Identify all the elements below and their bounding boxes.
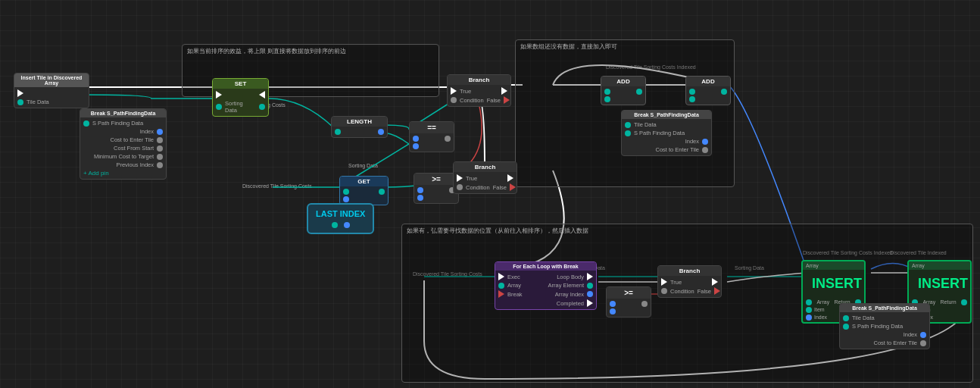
last-index-label: LAST INDEX (316, 209, 365, 219)
node-get[interactable]: GET (339, 176, 389, 205)
last-index-in-pin (332, 222, 338, 228)
node-insert-tile[interactable]: Insert Tile in Discovered Array Tile Dat… (14, 73, 89, 108)
node-equals[interactable]: == (409, 121, 454, 152)
comment-title-3: 如果有，弘需要寻找数据的位置（从前往入相排序），然后插入数据 (407, 227, 968, 235)
comment-title-2: 如果数组还没有数据，直接加入即可 (520, 43, 729, 51)
node-add-2[interactable]: ADD (685, 76, 731, 105)
insert-1-label: INSERT (803, 270, 864, 298)
last-index-out-pin (344, 222, 350, 228)
node-branch-3[interactable]: Branch True Condition False (657, 265, 722, 298)
node-last-index[interactable]: LAST INDEX (307, 203, 374, 234)
node-break-path-1[interactable]: Break S_PathFindingData S Path Finding D… (80, 108, 167, 180)
comment-title-1: 如果当前排序的效益，将上限 则直接将数据放到排序的前边 (187, 48, 434, 55)
node-set[interactable]: SET Sorting Data (212, 78, 269, 117)
node-gte-1[interactable]: >= (414, 173, 459, 204)
insert-2-label: INSERT (909, 270, 970, 298)
node-foreach[interactable]: For Each Loop with Break Exec Loop Body … (495, 261, 597, 310)
node-break-path-2[interactable]: Break S_PathFindingData Tile Data S Path… (621, 110, 712, 156)
label-sorting-data-1: Sorting Data (348, 163, 378, 168)
node-branch-2[interactable]: Branch True Condition False (453, 161, 517, 194)
node-gte-2[interactable]: >= (606, 286, 651, 318)
node-branch-1[interactable]: Branch True Condition False (447, 74, 511, 107)
node-add-1[interactable]: ADD (601, 76, 646, 105)
blueprint-canvas: 如果当前排序的效益，将上限 则直接将数据放到排序的前边 如果数组还没有数据，直接… (0, 0, 980, 388)
node-length[interactable]: LENGTH (331, 116, 388, 138)
label-sorting-costs-2: Discovered Tile Sorting Costs (242, 183, 333, 189)
node-break-path-3[interactable]: Break S_PathFindingData Tile Data S Path… (839, 303, 930, 349)
